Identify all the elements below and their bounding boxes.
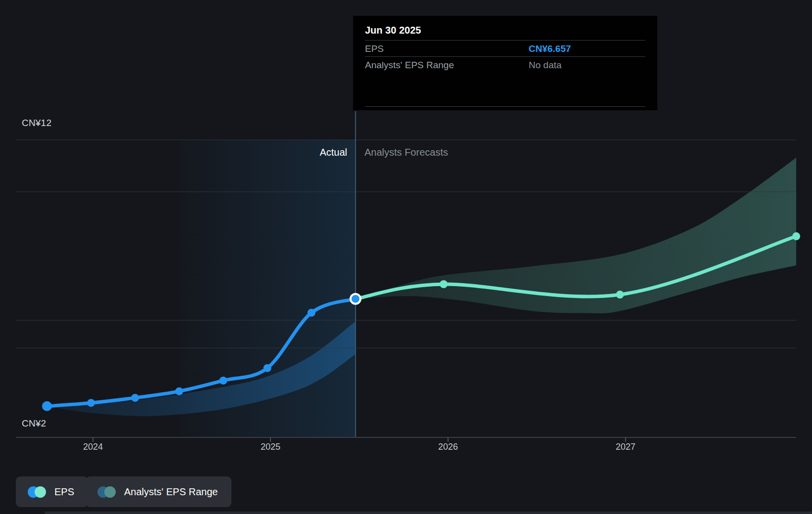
tooltip-eps-label: EPS bbox=[365, 43, 384, 54]
x-axis-label-2025: 2025 bbox=[251, 442, 290, 452]
range-forecast-color-dot bbox=[104, 486, 116, 498]
x-axis-label-2026: 2026 bbox=[428, 442, 468, 452]
eps-forecast-chart-screen: CN¥12 CN¥2 2024 2025 2026 2027 Actual An… bbox=[0, 0, 812, 514]
y-axis-bottom-label: CN¥2 bbox=[22, 418, 46, 429]
eps-actual-point-0[interactable] bbox=[42, 401, 52, 411]
eps-actual-point-6[interactable] bbox=[308, 309, 316, 317]
x-axis-label-2024: 2024 bbox=[73, 442, 113, 452]
eps-actual-point-3[interactable] bbox=[175, 387, 183, 395]
eps-actual-point-5[interactable] bbox=[264, 364, 271, 372]
eps-actual-point-1[interactable] bbox=[87, 399, 95, 407]
legend-analysts-range-label: Analysts' EPS Range bbox=[124, 486, 218, 498]
forecast-range-band bbox=[356, 158, 796, 313]
eps-forecast-point-1[interactable] bbox=[440, 280, 448, 288]
tooltip-range-label: Analysts' EPS Range bbox=[365, 60, 454, 70]
horizontal-scrollbar[interactable] bbox=[45, 512, 812, 514]
eps-actual-point-4[interactable] bbox=[220, 377, 227, 385]
eps-forecast-point-3[interactable] bbox=[792, 232, 800, 240]
highlighted-data-point[interactable] bbox=[351, 294, 361, 304]
eps-legend-icon bbox=[28, 486, 46, 498]
actual-zone-label: Actual bbox=[319, 147, 347, 158]
eps-forecast-point-2[interactable] bbox=[616, 291, 624, 299]
tooltip-date: Jun 30 2025 bbox=[365, 16, 645, 41]
forecast-zone-label: Analysts Forecasts bbox=[364, 147, 448, 158]
chart-tooltip: Jun 30 2025 EPS CN¥6.657 Analysts' EPS R… bbox=[353, 15, 658, 111]
tooltip-row-eps: EPS CN¥6.657 bbox=[365, 41, 645, 57]
eps-forecast-color-dot bbox=[35, 486, 46, 498]
tooltip-row-range: Analysts' EPS Range No data bbox=[365, 57, 645, 73]
eps-actual-point-2[interactable] bbox=[131, 394, 139, 402]
y-axis-top-label: CN¥12 bbox=[22, 118, 51, 128]
legend-chip-eps[interactable]: EPS bbox=[16, 476, 88, 507]
analysts-range-legend-icon bbox=[97, 486, 116, 498]
tooltip-eps-value: CN¥6.657 bbox=[529, 41, 571, 57]
legend-eps-label: EPS bbox=[54, 486, 74, 498]
legend-chip-analysts-range[interactable]: Analysts' EPS Range bbox=[86, 476, 231, 507]
tooltip-bottom-divider bbox=[365, 106, 645, 107]
x-axis-label-2027: 2027 bbox=[606, 442, 645, 452]
tooltip-range-value: No data bbox=[529, 57, 562, 73]
